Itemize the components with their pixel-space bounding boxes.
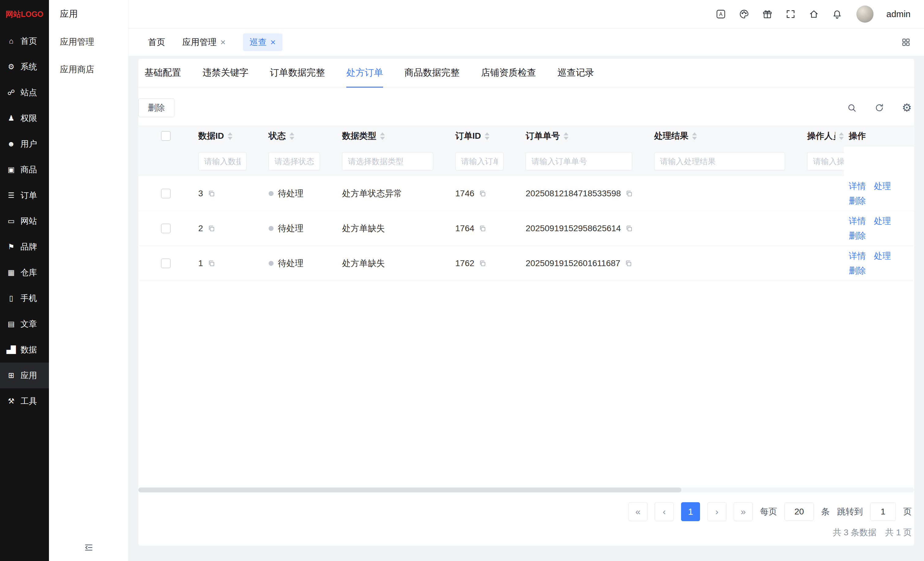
sidebar-item[interactable]: ☰ 订单 xyxy=(0,182,49,208)
bell-icon[interactable] xyxy=(832,9,842,19)
translate-icon[interactable]: A xyxy=(716,9,726,19)
fullscreen-icon[interactable] xyxy=(785,9,796,19)
settings-gear-icon[interactable]: ⚙ xyxy=(902,102,912,113)
panel-tab[interactable]: 处方订单 xyxy=(346,59,383,87)
panel-tab[interactable]: 巡查记录 xyxy=(558,59,594,87)
copy-icon[interactable] xyxy=(207,224,215,232)
filter-operator-input[interactable] xyxy=(807,152,844,171)
per-page-input[interactable] xyxy=(784,502,814,521)
panel-tab-label: 巡查记录 xyxy=(558,66,594,79)
panel-tabs: 基础配置 违禁关键字 订单数据完整 处方订单 xyxy=(138,59,914,88)
copy-icon[interactable] xyxy=(478,190,486,197)
panel-tab-label: 店铺资质检查 xyxy=(481,66,536,79)
sidebar-item[interactable]: ▤ 文章 xyxy=(0,311,49,337)
user-avatar[interactable] xyxy=(856,6,873,23)
filter-order-no-input[interactable] xyxy=(526,152,632,171)
copy-icon[interactable] xyxy=(207,259,215,267)
sidebar-item[interactable]: ▣ 商品 xyxy=(0,157,49,182)
search-icon[interactable] xyxy=(847,103,857,113)
sort-icon[interactable] xyxy=(290,132,294,140)
panel-tab[interactable]: 违禁关键字 xyxy=(202,59,249,87)
copy-icon[interactable] xyxy=(625,224,633,232)
filter-status-select[interactable] xyxy=(268,152,320,171)
tabs-grid-icon[interactable] xyxy=(902,38,910,47)
website-icon: ▭ xyxy=(5,217,16,226)
panel-tab-label: 违禁关键字 xyxy=(202,66,249,79)
table-row: 3 待处理 处方单状态异常 1746 xyxy=(138,176,914,211)
sidebar-item-label: 订单 xyxy=(21,190,37,201)
detail-link[interactable]: 详情 xyxy=(849,215,866,227)
sidebar-item[interactable]: ☻ 用户 xyxy=(0,131,49,157)
close-tab-icon[interactable]: × xyxy=(270,38,276,47)
next-page-button[interactable]: › xyxy=(707,502,726,521)
submenu-item[interactable]: 应用管理 xyxy=(49,28,128,56)
sort-icon[interactable] xyxy=(484,132,489,140)
theme-palette-icon[interactable] xyxy=(739,9,749,19)
sidebar-item[interactable]: ☍ 站点 xyxy=(0,80,49,105)
select-all-checkbox[interactable] xyxy=(161,131,171,141)
sidebar-item[interactable]: ⚙ 系统 xyxy=(0,54,49,80)
close-tab-icon[interactable]: × xyxy=(220,38,226,47)
sidebar-item[interactable]: ⌂ 首页 xyxy=(0,28,49,54)
row-checkbox[interactable] xyxy=(161,189,171,199)
prev-page-button[interactable]: ‹ xyxy=(655,502,674,521)
delete-link[interactable]: 删除 xyxy=(849,265,866,277)
panel-tab[interactable]: 店铺资质检查 xyxy=(481,59,536,87)
row-checkbox[interactable] xyxy=(161,224,171,233)
sidebar-item[interactable]: ▄█ 数据 xyxy=(0,337,49,362)
sidebar-item[interactable]: ⚒ 工具 xyxy=(0,388,49,414)
filter-order-id-input[interactable] xyxy=(455,152,504,171)
delete-button[interactable]: 删除 xyxy=(138,98,174,117)
copy-icon[interactable] xyxy=(625,190,633,197)
username-label[interactable]: admin xyxy=(886,9,910,19)
sidebar-item[interactable]: ⚑ 品牌 xyxy=(0,234,49,260)
route-tab[interactable]: 巡查 × xyxy=(243,33,283,51)
current-page-button[interactable]: 1 xyxy=(681,502,700,521)
jump-page-input[interactable] xyxy=(870,502,896,521)
col-header-status: 状态 xyxy=(268,130,286,142)
copy-icon[interactable] xyxy=(478,259,486,267)
sort-icon[interactable] xyxy=(564,132,568,140)
panel-tab[interactable]: 商品数据完整 xyxy=(405,59,459,87)
sidebar-item[interactable]: ⊞ 应用 xyxy=(0,362,49,388)
table-empty-space xyxy=(138,281,914,487)
article-icon: ▤ xyxy=(5,320,16,328)
home-icon[interactable] xyxy=(808,9,819,19)
gift-icon[interactable] xyxy=(762,9,772,19)
detail-link[interactable]: 详情 xyxy=(849,250,866,262)
sidebar-item[interactable]: ▯ 手机 xyxy=(0,286,49,311)
delete-link[interactable]: 删除 xyxy=(849,195,866,207)
panel-tab[interactable]: 订单数据完整 xyxy=(270,59,325,87)
sidebar-item[interactable]: ▦ 仓库 xyxy=(0,260,49,286)
copy-icon[interactable] xyxy=(624,259,632,267)
panel-tab[interactable]: 基础配置 xyxy=(144,59,181,87)
first-page-button[interactable]: « xyxy=(628,502,647,521)
detail-link[interactable]: 详情 xyxy=(849,180,866,192)
filter-data-id-input[interactable] xyxy=(198,152,247,171)
panel-tab-label: 订单数据完整 xyxy=(270,66,325,79)
filter-result-input[interactable] xyxy=(654,152,785,171)
refresh-icon[interactable] xyxy=(874,103,884,113)
handle-link[interactable]: 处理 xyxy=(874,250,891,262)
sort-icon[interactable] xyxy=(692,132,697,140)
sidebar-item[interactable]: ▭ 网站 xyxy=(0,208,49,234)
route-tab[interactable]: 应用管理 × xyxy=(182,36,226,48)
scrollbar-thumb[interactable] xyxy=(138,487,681,492)
sort-icon[interactable] xyxy=(380,132,385,140)
collapse-sidebar-icon[interactable] xyxy=(84,543,94,552)
row-checkbox[interactable] xyxy=(161,259,171,268)
submenu-item-label: 应用管理 xyxy=(60,36,94,48)
copy-icon[interactable] xyxy=(478,224,486,232)
last-page-button[interactable]: » xyxy=(734,502,753,521)
sort-icon[interactable] xyxy=(839,132,844,140)
route-tab[interactable]: 首页 xyxy=(148,36,165,48)
sort-icon[interactable] xyxy=(228,132,232,140)
sidebar-item[interactable]: ♟ 权限 xyxy=(0,105,49,131)
submenu-item[interactable]: 应用商店 xyxy=(49,56,128,83)
handle-link[interactable]: 处理 xyxy=(874,180,891,192)
cell-status: 待处理 xyxy=(278,257,303,269)
filter-type-select[interactable] xyxy=(342,152,433,171)
copy-icon[interactable] xyxy=(207,190,215,197)
handle-link[interactable]: 处理 xyxy=(874,215,891,227)
delete-link[interactable]: 删除 xyxy=(849,230,866,242)
